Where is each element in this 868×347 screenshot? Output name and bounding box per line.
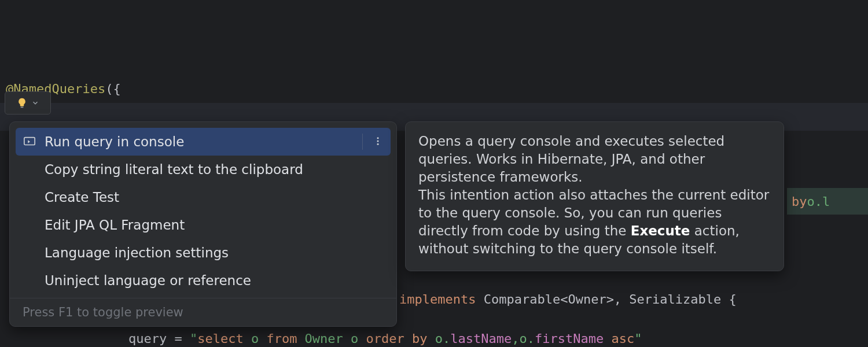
svg-rect-0 — [21, 107, 24, 108]
intention-item-label: Create Test — [45, 190, 119, 205]
intention-item-label: Edit JPA QL Fragment — [45, 217, 185, 232]
more-vertical-icon — [373, 134, 383, 149]
documentation-tooltip: Opens a query console and executes selec… — [405, 121, 784, 271]
intention-item-label: Copy string literal text to the clipboar… — [45, 162, 303, 177]
intention-item-edit-jpaql[interactable]: Edit JPA QL Fragment — [10, 211, 396, 239]
injected-query-peek: by o.l — [787, 188, 868, 215]
more-options-button[interactable] — [371, 134, 385, 149]
lightbulb-icon — [16, 97, 28, 109]
intention-item-copy-literal[interactable]: Copy string literal text to the clipboar… — [10, 156, 396, 183]
intention-item-label: Uninject language or reference — [45, 273, 251, 288]
intention-item-create-test[interactable]: Create Test — [10, 183, 396, 211]
popup-footer-hint: Press F1 to toggle preview — [10, 298, 396, 326]
intention-item-run-query[interactable]: Run query in console — [16, 128, 391, 156]
svg-point-3 — [377, 141, 379, 142]
svg-point-2 — [377, 137, 379, 139]
intention-item-label: Language injection settings — [45, 245, 229, 260]
vertical-divider — [362, 134, 363, 150]
intention-item-injection-settings[interactable]: Language injection settings — [10, 239, 396, 267]
doc-paragraph: Opens a query console and executes selec… — [418, 132, 771, 186]
svg-rect-1 — [24, 138, 35, 145]
intention-item-uninject[interactable]: Uninject language or reference — [10, 267, 396, 294]
intention-item-label: Run query in console — [45, 134, 184, 149]
intention-actions-popup: Run query in console Copy string literal… — [9, 121, 397, 327]
svg-point-4 — [377, 143, 379, 145]
console-icon — [23, 135, 36, 149]
chevron-down-icon — [31, 99, 39, 107]
doc-paragraph: This intention action also attaches the … — [418, 186, 771, 258]
class-declaration: implements Comparable<Owner>, Serializab… — [399, 292, 737, 307]
intention-bulb-button[interactable] — [5, 91, 51, 115]
doc-bold: Execute — [631, 223, 690, 238]
